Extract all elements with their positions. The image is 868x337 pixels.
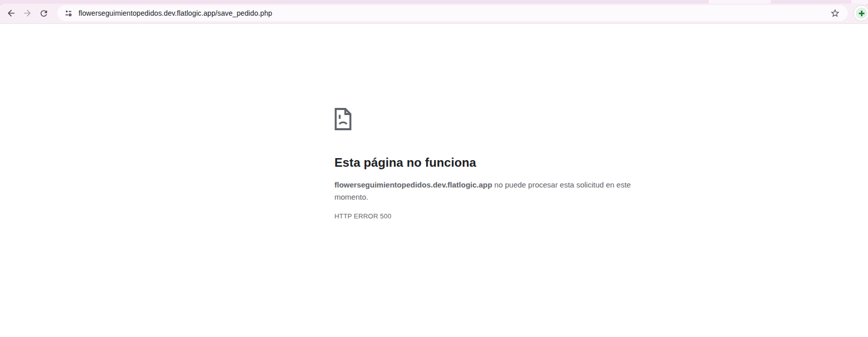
url-text[interactable]: flowerseguimientopedidos.dev.flatlogic.a… xyxy=(79,9,827,17)
address-bar[interactable]: flowerseguimientopedidos.dev.flatlogic.a… xyxy=(57,5,848,21)
reload-button[interactable] xyxy=(35,5,52,21)
forward-arrow-icon xyxy=(22,8,32,18)
green-plus-button[interactable] xyxy=(853,5,868,21)
error-page: Esta página no funciona flowerseguimient… xyxy=(0,24,868,337)
green-plus-icon xyxy=(856,8,867,19)
forward-button[interactable] xyxy=(19,5,35,21)
back-button[interactable] xyxy=(3,5,19,21)
navigation-buttons xyxy=(3,5,52,21)
error-host: flowerseguimientopedidos.dev.flatlogic.a… xyxy=(334,180,492,189)
error-message: flowerseguimientopedidos.dev.flatlogic.a… xyxy=(334,179,638,203)
back-arrow-icon xyxy=(6,8,16,18)
error-code: HTTP ERROR 500 xyxy=(334,212,649,220)
reload-icon xyxy=(39,9,49,18)
error-title: Esta página no funciona xyxy=(334,155,649,170)
sad-page-icon xyxy=(334,108,649,132)
error-block: Esta página no funciona flowerseguimient… xyxy=(334,108,649,220)
browser-toolbar: flowerseguimientopedidos.dev.flatlogic.a… xyxy=(0,4,868,23)
bookmark-star-icon[interactable] xyxy=(827,6,843,21)
site-info-tune-icon[interactable] xyxy=(60,6,77,20)
